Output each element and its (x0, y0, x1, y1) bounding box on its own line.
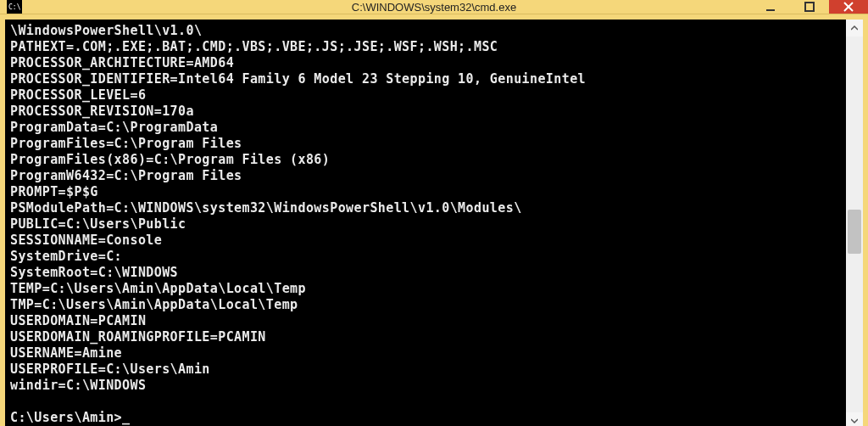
close-icon (843, 2, 854, 12)
scroll-down-button[interactable] (846, 412, 863, 426)
minimize-icon (765, 2, 776, 12)
minimize-button[interactable] (751, 0, 790, 14)
close-button[interactable] (829, 0, 868, 14)
svg-rect-1 (805, 3, 814, 11)
scrollbar-thumb[interactable] (848, 210, 861, 254)
cmd-icon: C:\ (7, 0, 22, 14)
window-title: C:\WINDOWS\system32\cmd.exe (352, 1, 516, 14)
maximize-icon (804, 2, 815, 12)
scroll-up-button[interactable] (846, 20, 863, 36)
terminal-cursor: _ (122, 410, 130, 426)
terminal-container: \WindowsPowerShell\v1.0\ PATHEXT=.COM;.E… (0, 14, 868, 426)
window-controls (751, 0, 868, 14)
maximize-button[interactable] (790, 0, 829, 14)
terminal-output[interactable]: \WindowsPowerShell\v1.0\ PATHEXT=.COM;.E… (5, 20, 846, 426)
vertical-scrollbar[interactable] (846, 20, 863, 426)
window-titlebar[interactable]: C:\ C:\WINDOWS\system32\cmd.exe (0, 0, 868, 14)
chevron-down-icon (851, 418, 858, 424)
chevron-up-icon (851, 25, 858, 31)
